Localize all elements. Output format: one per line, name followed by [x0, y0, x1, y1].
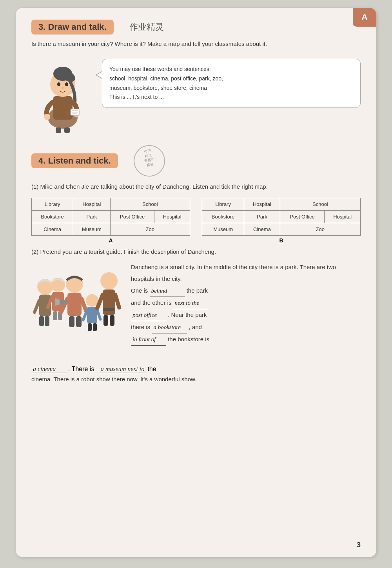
map-b-wrapper: Library Hospital School Bookstore Park P… [202, 198, 361, 244]
desc-ending: cinema. There is a robot show there now.… [31, 375, 361, 384]
map-b-cell-zoo: Zoo [280, 223, 360, 236]
part2-desc: (2) Pretend you are a tourist guide. Fin… [31, 248, 361, 255]
stamp-decoration: 作业精灵专属于精灵 [131, 143, 167, 179]
table-row: Cinema Museum Zoo [32, 223, 190, 236]
table-row: Museum Cinema Zoo [202, 223, 361, 236]
bottom-line: a cinema . There is a museum next to the [31, 366, 361, 373]
map-b-cell-postoffice: Post Office [280, 211, 325, 223]
svg-point-4 [53, 67, 72, 81]
desc-blank7-value: a museum next to [99, 366, 146, 373]
speech-line1: You may use these words and sentences: [109, 66, 211, 72]
svg-rect-22 [53, 311, 57, 320]
group-figure [31, 261, 122, 363]
stamp-inner: 作业精灵专属于精灵 [132, 144, 166, 173]
map-a-cell-library: Library [32, 198, 73, 211]
svg-rect-35 [110, 315, 114, 326]
map-b-cell-cinema: Cinema [244, 223, 280, 236]
desc-blank3-suffix: . Near the park [168, 311, 207, 318]
girl-svg [31, 55, 94, 133]
svg-point-7 [62, 87, 64, 89]
speech-line3: museum, bookstore, shoe store, cinema [109, 85, 207, 91]
map-b-cell-school: School [280, 198, 360, 211]
map-a-cell-bookstore: Bookstore [32, 211, 73, 223]
map-a-cell-school: School [110, 198, 190, 211]
maps-container: Library Hospital School Bookstore Park P… [31, 198, 361, 244]
svg-rect-31 [93, 323, 97, 331]
svg-rect-26 [69, 316, 74, 327]
speech-line2: school, hospital, cinema, post office, p… [109, 75, 223, 82]
svg-rect-18 [39, 316, 44, 326]
speech-line4: This is ... It's next to ... [109, 94, 164, 100]
svg-rect-30 [88, 323, 92, 331]
svg-rect-19 [45, 316, 49, 326]
map-a-cell-hospital2: Hospital [154, 211, 190, 223]
speech-bubble: You may use these words and sentences: s… [102, 59, 361, 108]
section3-title: 3. Draw and talk. [31, 20, 114, 35]
group-illustration [31, 261, 122, 363]
map-a-cell-cinema: Cinema [32, 223, 73, 236]
desc-blank4-suffix: , and [189, 324, 202, 330]
map-b-cell-hospital: Hospital [244, 198, 280, 211]
desc-blank1-value: behind [150, 285, 185, 297]
map-a-cell-zoo: Zoo [110, 223, 190, 236]
map-b-grid: Library Hospital School Bookstore Park P… [202, 198, 361, 236]
map-b-cell-hospital2: Hospital [325, 211, 361, 223]
svg-rect-27 [76, 316, 82, 327]
map-b-cell-museum: Museum [202, 223, 244, 236]
map-b-cell-bookstore: Bookstore [202, 211, 244, 223]
part1-desc: (1) Mike and Chen Jie are talking about … [31, 182, 361, 191]
section3-description: Is there a museum in your city? Where is… [31, 39, 361, 49]
map-a-cell-hospital: Hospital [73, 198, 111, 211]
desc-blank5-value: in front of [131, 333, 166, 346]
svg-rect-33 [103, 289, 115, 315]
desc-blank4-value: a bookstore [152, 321, 187, 333]
desc-blank2-prefix: and the other is [131, 299, 171, 306]
map-a-cell-postoffice: Post Office [110, 211, 154, 223]
svg-rect-34 [103, 315, 108, 326]
desc-blank4-prefix: there is [131, 324, 150, 330]
map-a-cell-park: Park [73, 211, 111, 223]
svg-rect-37 [60, 300, 67, 304]
map-b-cell-library: Library [202, 198, 244, 211]
map-a-cell-museum: Museum [73, 223, 111, 236]
desc-blank6-suffix: . There is [68, 366, 94, 373]
table-row: Library Hospital School [202, 198, 361, 211]
table-row: Library Hospital School [32, 198, 190, 211]
svg-rect-25 [67, 293, 82, 316]
svg-rect-15 [64, 127, 70, 133]
section4-title: 4. Listen and tick. [31, 153, 118, 168]
table-row: Bookstore Park Post Office Hospital [202, 211, 361, 223]
svg-rect-36 [103, 308, 115, 311]
desc-blank6-value: a cinema [31, 366, 67, 373]
svg-point-5 [57, 82, 60, 86]
page-container: A 3. Draw and talk. 作业精灵 Is there a muse… [16, 8, 376, 557]
section4-header: 4. Listen and tick. 作业精灵专属于精灵 [31, 145, 361, 177]
section3-header: 3. Draw and talk. 作业精灵 [31, 20, 361, 35]
svg-point-8 [44, 114, 50, 120]
part2-body: Dancheng is a small city. In the middle … [31, 261, 361, 363]
map-a-wrapper: Library Hospital School Bookstore Park P… [31, 198, 190, 244]
desc-blank1-prefix: One is [131, 287, 148, 294]
desc-blank1-suffix: the park [187, 287, 208, 294]
desc-blank3-value: post office [131, 309, 166, 321]
desc-intro: Dancheng is a small city. In the middle … [131, 264, 336, 282]
svg-point-32 [100, 272, 118, 289]
girl-figure [31, 55, 94, 133]
page-number: 3 [357, 541, 361, 549]
map-a-label: A [31, 237, 190, 244]
section3-body: You may use these words and sentences: s… [31, 55, 361, 133]
corner-tab: A [353, 8, 376, 27]
svg-point-6 [65, 82, 68, 86]
description-text: Dancheng is a small city. In the middle … [131, 261, 361, 346]
desc-blank2-value: next to the [173, 297, 209, 309]
section3-chinese-title: 作业精灵 [129, 21, 164, 33]
map-b-label: B [202, 237, 361, 244]
desc-blank5-suffix: the bookstore is [168, 336, 209, 342]
svg-rect-14 [56, 127, 61, 133]
desc-blank7-suffix: the [147, 366, 156, 373]
map-b-cell-park: Park [244, 211, 280, 223]
table-row: Bookstore Park Post Office Hospital [32, 211, 190, 223]
section4: 4. Listen and tick. 作业精灵专属于精灵 (1) Mike a… [31, 145, 361, 384]
map-a-grid: Library Hospital School Bookstore Park P… [31, 198, 190, 236]
svg-rect-1 [53, 96, 73, 120]
